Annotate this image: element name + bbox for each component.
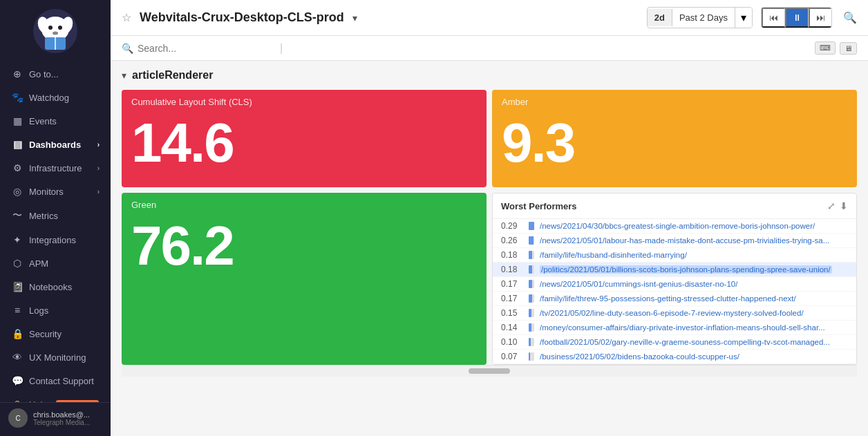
panel-amber-value: 9.3 <box>492 110 857 187</box>
infrastructure-arrow-icon: › <box>97 164 100 172</box>
panel-cls: Cumulative Layout Shift (CLS) 14.6 <box>122 90 487 187</box>
sidebar-item-infrastructure[interactable]: ⚙Infrastructure› <box>0 156 111 180</box>
sidebar-item-ux-monitoring[interactable]: 👁UX Monitoring <box>0 345 111 369</box>
wp-bar <box>529 323 531 332</box>
nav-prev-prev-button[interactable]: ⏮ <box>762 8 785 28</box>
integrations-icon: ✦ <box>11 234 23 245</box>
table-row: 0.18/family/life/husband-disinherited-ma… <box>493 248 856 263</box>
wp-url[interactable]: /business/2021/05/02/bidens-bazooka-coul… <box>540 352 739 361</box>
events-icon: ▦ <box>11 115 23 126</box>
star-icon[interactable]: ☆ <box>122 11 131 24</box>
sidebar-item-contact-support[interactable]: 💬Contact Support <box>0 369 111 392</box>
user-profile[interactable]: C chris.boakes@... Telegraph Media... <box>0 403 111 433</box>
watchdog-icon: 🐾 <box>11 92 23 103</box>
sidebar-item-notebooks[interactable]: 📓Notebooks <box>0 275 111 298</box>
sidebar-item-help[interactable]: ?HelpNEW STUFF <box>0 392 111 402</box>
avatar: C <box>8 408 28 428</box>
wp-bar-wrap <box>529 280 534 288</box>
wp-bar-wrap <box>529 251 534 259</box>
wp-score: 0.17 <box>501 294 529 303</box>
panel-cls-value: 14.6 <box>122 110 487 187</box>
svg-point-4 <box>48 26 53 30</box>
wp-url[interactable]: /money/consumer-affairs/diary-private-in… <box>540 323 825 332</box>
sidebar-item-label-apm: APM <box>29 258 48 269</box>
sidebar-bottom: C chris.boakes@... Telegraph Media... <box>0 402 111 436</box>
sidebar-item-dashboards[interactable]: ▤Dashboards› <box>0 133 111 156</box>
notebooks-icon: 📓 <box>11 281 23 292</box>
user-name: chris.boakes@... <box>33 410 90 419</box>
wp-score: 0.29 <box>501 221 529 231</box>
dashboards-arrow-icon: › <box>97 141 100 149</box>
sidebar-item-events[interactable]: ▦Events <box>0 109 111 133</box>
wp-url[interactable]: /news/2021/05/01/cummings-isnt-genius-di… <box>540 280 737 288</box>
nav-controls: ⏮ ⏸ ⏭ <box>761 7 832 28</box>
wp-bar-wrap <box>529 352 534 361</box>
sidebar-item-watchdog[interactable]: 🐾Watchdog <box>0 86 111 109</box>
wp-bar <box>529 338 531 346</box>
nav-play-pause-button[interactable]: ⏸ <box>785 8 809 28</box>
time-range[interactable]: Past 2 Days <box>672 9 735 26</box>
time-dropdown-icon[interactable]: ▾ <box>735 8 752 28</box>
monitors-icon: ◎ <box>11 186 23 197</box>
wp-url[interactable]: /news/2021/04/30/bbcs-greatest-single-am… <box>540 222 815 230</box>
topbar: ☆ Webvitals-Crux-Desktop-CLS-prod ▾ 2d P… <box>111 0 868 36</box>
sidebar-item-label-watchdog: Watchdog <box>29 93 69 103</box>
table-row: 0.14/money/consumer-affairs/diary-privat… <box>493 321 856 335</box>
wp-bar-wrap <box>529 323 534 332</box>
search-divider: | <box>280 42 283 55</box>
wp-url[interactable]: /family/life/threw-95-possessions-gettin… <box>540 294 796 303</box>
wp-score: 0.26 <box>501 236 529 245</box>
dashboard-area: ▾ articleRenderer Cumulative Layout Shif… <box>111 61 868 436</box>
security-icon: 🔒 <box>11 328 23 339</box>
wp-url[interactable]: /tv/2021/05/02/line-duty-season-6-episod… <box>540 309 804 317</box>
wp-download-button[interactable]: ⬇ <box>840 200 848 211</box>
search-input[interactable] <box>138 43 276 54</box>
wp-url[interactable]: /politics/2021/05/01/billions-scots-bori… <box>540 265 832 274</box>
wp-score: 0.14 <box>501 323 529 332</box>
search-icon[interactable]: 🔍 <box>843 11 857 24</box>
sidebar-item-logs[interactable]: ≡Logs <box>0 298 111 322</box>
panel-amber-header: Amber <box>492 90 857 110</box>
search-magnifier-icon: 🔍 <box>122 43 133 54</box>
wp-url[interactable]: /news/2021/05/01/labour-has-made-mistake… <box>540 236 829 245</box>
worst-performers-header: Worst Performers ⤢ ⬇ <box>493 193 856 219</box>
collapse-icon[interactable]: ▾ <box>122 70 126 81</box>
user-org: Telegraph Media... <box>33 419 90 426</box>
wp-bar <box>529 236 534 245</box>
scroll-bar[interactable] <box>469 368 510 374</box>
sidebar-item-integrations[interactable]: ✦Integrations <box>0 228 111 252</box>
wp-bar <box>529 309 531 317</box>
wp-bar-wrap <box>529 309 534 317</box>
wp-bar <box>529 265 532 274</box>
sidebar-item-apm[interactable]: ⬡APM <box>0 252 111 275</box>
infrastructure-icon: ⚙ <box>11 162 23 173</box>
scroll-indicator <box>122 365 857 377</box>
dashboard-title: Webvitals-Crux-Desktop-CLS-prod <box>140 10 344 25</box>
chevron-down-icon[interactable]: ▾ <box>352 12 357 23</box>
table-row: 0.07/business/2021/05/02/bidens-bazooka-… <box>493 350 856 364</box>
wp-bar <box>529 352 530 361</box>
section-header: ▾ articleRenderer <box>122 69 857 82</box>
wp-bar-wrap <box>529 236 534 245</box>
sidebar-item-monitors[interactable]: ◎Monitors› <box>0 180 111 203</box>
panel-green-header: Green <box>122 193 487 213</box>
time-badge[interactable]: 2d <box>648 9 672 26</box>
sidebar: ⊕Go to...🐾Watchdog▦Events▤Dashboards›⚙In… <box>0 0 111 436</box>
user-info: chris.boakes@... Telegraph Media... <box>33 410 90 426</box>
wp-url[interactable]: /football/2021/05/02/gary-neville-v-grae… <box>540 338 830 346</box>
wp-expand-button[interactable]: ⤢ <box>827 200 836 211</box>
wp-url[interactable]: /family/life/husband-disinherited-marryi… <box>540 251 687 259</box>
table-row: 0.17/family/life/threw-95-possessions-ge… <box>493 292 856 306</box>
panel-green-value: 76.2 <box>122 213 487 290</box>
wp-bar-wrap <box>529 265 534 274</box>
wp-bar-wrap <box>529 294 534 303</box>
sidebar-item-label-metrics: Metrics <box>29 211 58 221</box>
wp-score: 0.07 <box>501 352 529 361</box>
sidebar-item-goto[interactable]: ⊕Go to... <box>0 62 111 86</box>
sidebar-item-metrics[interactable]: 〜Metrics <box>0 203 111 228</box>
sidebar-item-security[interactable]: 🔒Security <box>0 322 111 345</box>
logo <box>0 0 111 62</box>
keyboard-shortcuts: ⌨ 🖥 <box>815 41 857 55</box>
nav-next-next-button[interactable]: ⏭ <box>809 8 831 28</box>
monitors-arrow-icon: › <box>97 188 100 196</box>
